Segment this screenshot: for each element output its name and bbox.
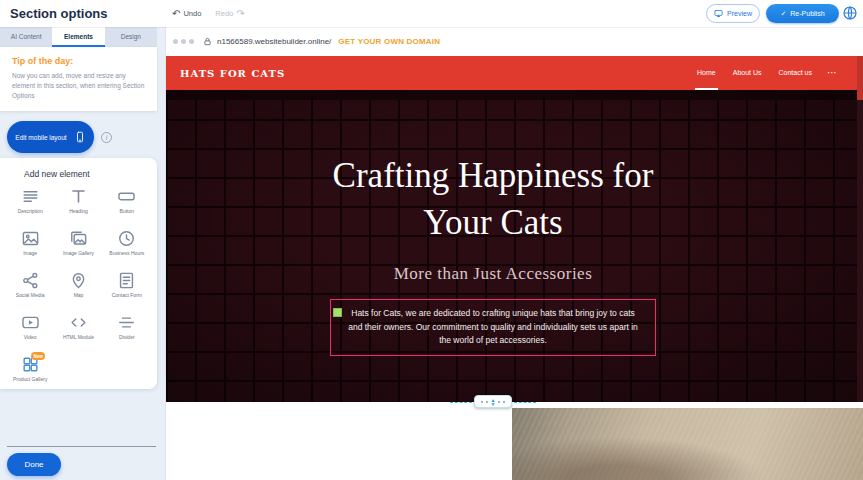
image-gallery-icon bbox=[69, 229, 88, 248]
preview-button[interactable]: Preview bbox=[706, 4, 760, 23]
description-icon bbox=[21, 187, 40, 206]
image-icon bbox=[21, 229, 40, 248]
element-item-image-gallery[interactable]: Image Gallery bbox=[54, 229, 102, 266]
redo-label: Redo bbox=[215, 9, 233, 18]
divider-icon bbox=[117, 313, 136, 332]
website-builder-app: Section options ↶ Undo Redo ↷ Preview ✓ … bbox=[0, 0, 863, 480]
next-section-area bbox=[166, 402, 863, 480]
hero-subheading[interactable]: More than Just Accessories bbox=[166, 264, 820, 284]
element-item-heading[interactable]: Heading bbox=[54, 187, 102, 224]
page-title: Section options bbox=[10, 6, 108, 21]
resize-arrows-icon: ▲ ▼ bbox=[491, 398, 496, 406]
element-item-map[interactable]: Map bbox=[54, 271, 102, 308]
element-item-social-media[interactable]: Social Media bbox=[6, 271, 54, 308]
hero-description-selected[interactable]: Hats for Cats, we are dedicated to craft… bbox=[330, 299, 656, 356]
element-item-contact-form[interactable]: Contact Form bbox=[103, 271, 151, 308]
preview-scrollbar-thumb[interactable] bbox=[857, 56, 863, 100]
element-item-business-hours[interactable]: Business Hours bbox=[103, 229, 151, 266]
tip-title: Tip of the day: bbox=[12, 56, 145, 66]
section-resize-handle[interactable]: ▲ ▼ bbox=[474, 395, 512, 408]
monitor-icon bbox=[714, 9, 723, 18]
new-badge: New bbox=[31, 352, 45, 360]
element-item-html-module[interactable]: HTML Module bbox=[54, 313, 102, 350]
site-header: HATS FOR CATS Home About Us Contact us ⋯ bbox=[166, 56, 863, 90]
element-item-description[interactable]: Description bbox=[6, 187, 54, 224]
element-drag-handle[interactable] bbox=[333, 308, 342, 317]
undo-redo-group: ↶ Undo Redo ↷ bbox=[172, 0, 245, 27]
site-url: n1566589.websitebuilder.online/ bbox=[217, 37, 331, 46]
window-dot bbox=[181, 39, 186, 44]
html-code-icon bbox=[69, 313, 88, 332]
heading-icon bbox=[69, 187, 88, 206]
element-item-button[interactable]: Button bbox=[103, 187, 151, 224]
preview-scrollbar-track[interactable] bbox=[857, 100, 863, 402]
map-pin-icon bbox=[69, 271, 88, 290]
site-logo[interactable]: HATS FOR CATS bbox=[180, 68, 285, 79]
preview-label: Preview bbox=[727, 10, 752, 17]
nav-item-home[interactable]: Home bbox=[695, 56, 718, 90]
window-dot bbox=[189, 39, 194, 44]
nav-item-contact-us[interactable]: Contact us bbox=[777, 56, 814, 90]
lock-icon bbox=[203, 37, 212, 46]
element-item-divider[interactable]: Divider bbox=[103, 313, 151, 350]
tip-of-the-day-card: Tip of the day: Now you can add, move an… bbox=[0, 47, 157, 111]
mobile-layout-row: Edit mobile layout i bbox=[7, 121, 165, 153]
button-icon bbox=[117, 187, 136, 206]
window-dot bbox=[173, 39, 178, 44]
nav-more-icon[interactable]: ⋯ bbox=[827, 68, 837, 78]
browser-bar: n1566589.websitebuilder.online/ GET YOUR… bbox=[166, 27, 863, 56]
add-element-panel: Add new element Description Heading Butt… bbox=[0, 158, 157, 389]
site-nav: Home About Us Contact us ⋯ bbox=[695, 56, 837, 90]
info-icon[interactable]: i bbox=[101, 132, 112, 143]
contact-form-icon bbox=[117, 271, 136, 290]
tab-design[interactable]: Design bbox=[105, 27, 157, 47]
handle-dotted-line bbox=[498, 401, 505, 403]
undo-button[interactable]: ↶ Undo bbox=[172, 9, 201, 19]
edit-mobile-label: Edit mobile layout bbox=[15, 134, 66, 141]
social-media-icon bbox=[21, 271, 40, 290]
done-button[interactable]: Done bbox=[7, 453, 61, 476]
hero-content: Crafting Happiness for Your Cats More th… bbox=[166, 90, 820, 356]
sidebar-divider bbox=[7, 446, 156, 447]
undo-label: Undo bbox=[183, 9, 201, 18]
check-icon: ✓ bbox=[780, 10, 786, 18]
republish-button[interactable]: ✓ Re-Publish bbox=[766, 4, 839, 23]
next-section-photo[interactable] bbox=[512, 408, 863, 480]
hero-heading-line1: Crafting Happiness for bbox=[333, 156, 654, 195]
element-item-product-gallery[interactable]: New Product Gallery bbox=[6, 355, 54, 389]
business-hours-icon bbox=[117, 229, 136, 248]
hero-heading-line2: Your Cats bbox=[423, 203, 562, 242]
hero-section[interactable]: Crafting Happiness for Your Cats More th… bbox=[166, 90, 863, 402]
edit-mobile-layout-button[interactable]: Edit mobile layout bbox=[7, 121, 94, 153]
window-control-dots bbox=[173, 39, 194, 44]
hero-heading[interactable]: Crafting Happiness for Your Cats bbox=[166, 152, 820, 246]
language-globe-icon[interactable] bbox=[842, 5, 858, 21]
site-preview-canvas: n1566589.websitebuilder.online/ GET YOUR… bbox=[166, 27, 863, 480]
tip-body: Now you can add, move and resize any ele… bbox=[12, 71, 145, 100]
tab-elements[interactable]: Elements bbox=[52, 27, 104, 47]
redo-icon: ↷ bbox=[236, 9, 244, 19]
topbar: Section options ↶ Undo Redo ↷ Preview ✓ … bbox=[0, 0, 863, 27]
hero-description-text: Hats for Cats, we are dedicated to craft… bbox=[348, 308, 638, 345]
tab-ai-content[interactable]: AI Content bbox=[0, 27, 52, 47]
sidebar: AI Content Elements Design Tip of the da… bbox=[0, 27, 166, 480]
add-element-title: Add new element bbox=[0, 158, 157, 185]
handle-dotted-line bbox=[481, 401, 488, 403]
redo-button[interactable]: Redo ↷ bbox=[215, 9, 244, 19]
get-own-domain-link[interactable]: GET YOUR OWN DOMAIN bbox=[338, 37, 440, 46]
phone-icon bbox=[74, 131, 86, 143]
element-item-image[interactable]: Image bbox=[6, 229, 54, 266]
nav-item-about-us[interactable]: About Us bbox=[731, 56, 764, 90]
element-grid: Description Heading Button Image Image G… bbox=[0, 185, 157, 389]
republish-label: Re-Publish bbox=[790, 10, 824, 17]
sidebar-tabs: AI Content Elements Design bbox=[0, 27, 157, 47]
undo-icon: ↶ bbox=[172, 9, 180, 19]
element-item-video[interactable]: Video bbox=[6, 313, 54, 350]
video-icon bbox=[21, 313, 40, 332]
